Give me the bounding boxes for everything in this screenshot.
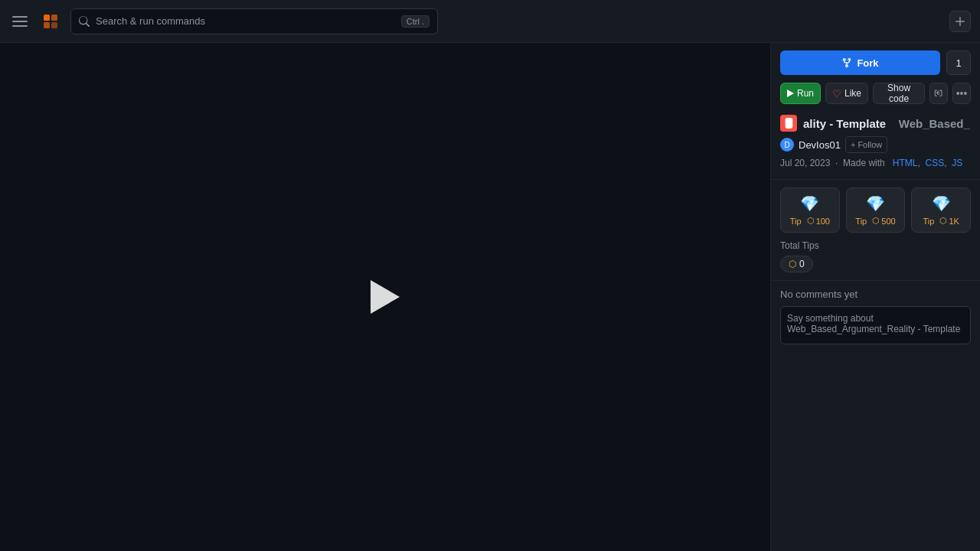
project-owner-row: D DevIos01 + Follow [780, 136, 971, 153]
follow-owner-button[interactable]: + Follow [845, 136, 887, 153]
tip-500-gem-icon: 💎 [866, 194, 885, 213]
svg-rect-2 [44, 22, 50, 28]
total-tips-value: 0 [799, 259, 805, 269]
tip-1k-gem-icon: 💎 [932, 194, 951, 213]
fork-count[interactable]: 1 [946, 51, 971, 75]
total-tips-gem-icon: ⬡ [789, 259, 796, 269]
search-placeholder: Search & run commands [96, 15, 395, 27]
owner-name: DevIos01 [799, 139, 841, 151]
preview-area[interactable] [0, 43, 770, 551]
main-layout: Fork 1 Run ♡ Like Show code •• [0, 43, 980, 551]
tip-500-card[interactable]: 💎 Tip ⬡ 500 [846, 187, 906, 233]
total-tips-label: Total Tips [780, 240, 971, 251]
share-button[interactable] [929, 83, 948, 104]
fork-button[interactable]: Fork [780, 51, 940, 75]
search-icon [79, 16, 90, 27]
comments-section: No comments yet [771, 281, 980, 551]
svg-rect-3 [51, 22, 57, 28]
tip-100-card[interactable]: 💎 Tip ⬡ 100 [780, 187, 840, 233]
show-code-label: Show code [880, 83, 918, 104]
project-info: ality - Template Web_Based_ D DevIos01 +… [771, 112, 980, 180]
add-button[interactable] [949, 11, 971, 32]
replit-logo [40, 11, 61, 32]
topbar: Search & run commands Ctrl . [0, 0, 980, 43]
follow-label: + Follow [851, 140, 882, 149]
tip-100-amount: Tip ⬡ 100 [790, 216, 830, 226]
tech-js-link[interactable]: JS [952, 158, 962, 168]
tip-100-gem-icon: 💎 [800, 194, 819, 213]
share-icon [934, 89, 943, 98]
fork-bar: Fork 1 [771, 43, 980, 83]
tech-html-link[interactable]: HTML [893, 158, 918, 168]
heart-icon: ♡ [832, 88, 841, 99]
svg-rect-0 [44, 15, 50, 21]
project-type-icon [783, 118, 794, 129]
total-tips-badge: ⬡ 0 [780, 256, 813, 272]
no-comments-label: No comments yet [780, 289, 971, 300]
run-icon [787, 90, 794, 97]
show-code-button[interactable]: Show code [873, 83, 925, 104]
fork-label: Fork [857, 57, 878, 69]
tips-row: 💎 Tip ⬡ 100 💎 Tip ⬡ 500 [780, 187, 971, 233]
tip-500-amount: Tip ⬡ 500 [855, 216, 895, 226]
tip-1k-card[interactable]: 💎 Tip ⬡ 1K [911, 187, 971, 233]
right-sidebar: Fork 1 Run ♡ Like Show code •• [770, 43, 980, 551]
search-bar[interactable]: Search & run commands Ctrl . [70, 8, 438, 34]
comment-input[interactable] [780, 306, 971, 344]
tech-css-link[interactable]: CSS [925, 158, 944, 168]
tips-section: 💎 Tip ⬡ 100 💎 Tip ⬡ 500 [771, 180, 980, 281]
svg-rect-1 [51, 15, 57, 21]
menu-icon[interactable] [9, 11, 31, 32]
play-button[interactable] [371, 280, 400, 314]
run-button[interactable]: Run [780, 83, 821, 104]
fork-icon [841, 57, 852, 68]
owner-avatar: D [780, 138, 794, 152]
project-title-row: ality - Template Web_Based_ [780, 115, 971, 132]
more-icon: ••• [956, 87, 968, 99]
project-meta: Jul 20, 2023 · Made with HTML, CSS, JS [780, 158, 971, 168]
project-icon [780, 115, 797, 132]
more-button[interactable]: ••• [952, 83, 971, 104]
action-bar: Run ♡ Like Show code ••• [771, 83, 980, 112]
search-shortcut: Ctrl . [401, 15, 430, 28]
like-button[interactable]: ♡ Like [825, 83, 868, 104]
tip-1k-amount: Tip ⬡ 1K [923, 216, 959, 226]
like-label: Like [844, 88, 861, 99]
run-label: Run [797, 88, 814, 99]
project-title: ality - Template Web_Based_ [803, 117, 970, 130]
